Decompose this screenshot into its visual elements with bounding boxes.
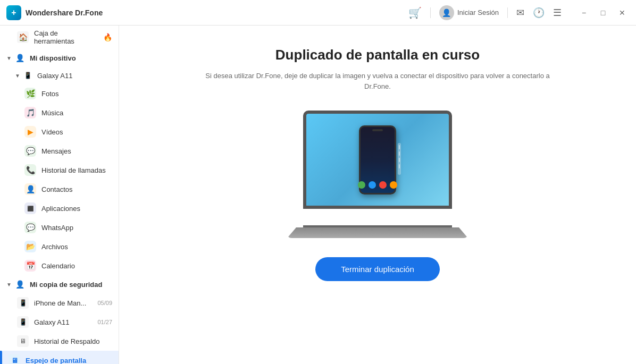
phone-dot-1 [358,181,365,189]
fotos-icon: 🌿 [24,88,36,99]
phone-dot-4 [390,181,397,189]
mensajes-label: Mensajes [41,147,112,155]
side-dot-1 [399,145,400,149]
archivos-label: Archivos [41,243,112,251]
sidebar-item-videos[interactable]: ▶ Vídeos [0,122,119,141]
sidebar-item-mensajes[interactable]: 💬 Mensajes [0,141,119,160]
phone-side-bar [398,143,401,175]
sidebar-section-mi-dispositivo[interactable]: ▼ 👤 Mi dispositivo [0,49,119,67]
active-indicator [0,351,2,364]
sidebar: 🏠 Caja de herramientas 🔥 ▼ 👤 Mi disposit… [0,26,119,364]
divider [430,7,431,18]
iphone-date: 05/09 [97,300,112,306]
iphone-icon: 📱 [17,297,29,309]
mi-copia-label: Mi copia de seguridad [30,281,103,289]
login-action[interactable]: 👤 Iniciar Sesión [439,5,499,20]
divider2 [507,7,508,18]
sidebar-item-whatsapp[interactable]: 💬 WhatsApp [0,218,119,237]
cart-icon[interactable]: 🛒 [408,6,422,19]
chevron-mi-dispositivo: ▼ [6,55,12,61]
chevron-galaxy: ▼ [15,73,20,79]
phone-dot-2 [369,181,376,189]
clock-icon[interactable]: 🕐 [533,7,545,19]
sidebar-item-musica[interactable]: 🎵 Música [0,103,119,122]
calendario-icon: 📅 [24,260,36,272]
side-dot-2 [399,151,400,156]
laptop-illustration [287,111,468,238]
iphone-label: iPhone de Man... [34,299,97,307]
galaxy-icon: 📱 [23,71,33,80]
content-area: Duplicado de pantalla en curso Si desea … [119,26,636,364]
mail-icon[interactable]: ✉ [516,7,524,19]
sidebar-item-iphone[interactable]: 📱 iPhone de Man... 05/09 [0,293,119,312]
sidebar-item-llamadas[interactable]: 📞 Historial de llamadas [0,160,119,180]
contactos-icon: 👤 [24,183,36,195]
galaxy-backup-label: Galaxy A11 [34,318,97,326]
side-dot-4 [399,164,400,168]
sidebar-item-galaxy-backup[interactable]: 📱 Galaxy A11 01/27 [0,312,119,332]
historial-label: Historial de Respaldo [34,337,112,345]
espejo-wrapper: 🖥 Espejo de pantalla [0,351,119,364]
avatar: 👤 [439,5,454,20]
app-logo: + Wondershare Dr.Fone [6,5,103,20]
phone-dot-3 [379,181,387,189]
title-bar-actions: 🛒 👤 Iniciar Sesión ✉ 🕐 ☰ − □ ✕ [408,5,630,20]
sidebar-item-historial-respaldo[interactable]: 🖥 Historial de Respaldo [0,332,119,351]
historial-icon: 🖥 [17,335,29,347]
phone-notch [372,129,383,131]
galaxy-label: Galaxy A11 [37,72,73,80]
llamadas-icon: 📞 [24,164,36,176]
musica-label: Música [41,109,112,117]
archivos-icon: 📂 [24,241,36,252]
logo-icon: + [6,5,21,20]
main-layout: 🏠 Caja de herramientas 🔥 ▼ 👤 Mi disposit… [0,26,636,364]
videos-label: Vídeos [41,128,112,136]
end-duplication-button[interactable]: Terminar duplicación [315,257,440,281]
mi-dispositivo-label: Mi dispositivo [30,54,76,62]
sidebar-item-contactos[interactable]: 👤 Contactos [0,180,119,199]
maximize-button[interactable]: □ [596,5,610,20]
espejo-icon: 🖥 [9,354,20,364]
fire-badge: 🔥 [103,33,112,41]
sidebar-item-espejo[interactable]: 🖥 Espejo de pantalla [0,351,119,364]
contactos-label: Contactos [41,185,112,193]
sidebar-label-toolbox: Caja de herramientas [34,29,100,45]
calendario-label: Calendario [41,262,112,270]
whatsapp-label: WhatsApp [41,224,112,232]
llamadas-label: Historial de llamadas [41,166,112,174]
content-title: Duplicado de pantalla en curso [275,47,480,63]
aplicaciones-icon: ⬛ [24,202,36,214]
fotos-label: Fotos [41,90,112,98]
phone-in-screen [359,125,396,194]
aplicaciones-label: Aplicaciones [41,205,112,213]
galaxy-backup-icon: 📱 [17,316,29,328]
close-button[interactable]: ✕ [615,5,630,20]
sidebar-item-archivos[interactable]: 📂 Archivos [0,237,119,256]
app-name: Wondershare Dr.Fone [26,9,103,17]
window-controls: − □ ✕ [576,5,630,20]
content-subtitle: Si desea utilizar Dr.Fone, deje de dupli… [191,71,564,91]
whatsapp-icon: 💬 [24,222,36,233]
sidebar-item-toolbox[interactable]: 🏠 Caja de herramientas 🔥 [0,26,119,49]
chevron-copia: ▼ [6,282,12,287]
mi-dispositivo-icon: 👤 [15,53,26,63]
title-bar: + Wondershare Dr.Fone 🛒 👤 Iniciar Sesión… [0,0,636,26]
laptop-base [287,227,468,238]
sidebar-item-aplicaciones[interactable]: ⬛ Aplicaciones [0,199,119,218]
laptop-screen [303,111,452,209]
phone-icons-row [358,181,397,189]
copia-icon: 👤 [15,279,26,290]
galaxy-backup-date: 01/27 [97,319,112,325]
login-label: Iniciar Sesión [457,9,499,16]
sidebar-item-fotos[interactable]: 🌿 Fotos [0,84,119,103]
sidebar-section-galaxy-a11[interactable]: ▼ 📱 Galaxy A11 [0,67,119,84]
minimize-button[interactable]: − [576,5,591,20]
sidebar-section-mi-copia[interactable]: ▼ 👤 Mi copia de seguridad [0,275,119,293]
toolbox-icon: 🏠 [17,31,29,43]
espejo-label: Espejo de pantalla [26,357,112,365]
menu-icon[interactable]: ☰ [553,7,562,19]
sidebar-item-calendario[interactable]: 📅 Calendario [0,256,119,275]
mensajes-icon: 💬 [24,145,36,157]
videos-icon: ▶ [24,126,36,138]
side-dot-3 [399,158,400,162]
